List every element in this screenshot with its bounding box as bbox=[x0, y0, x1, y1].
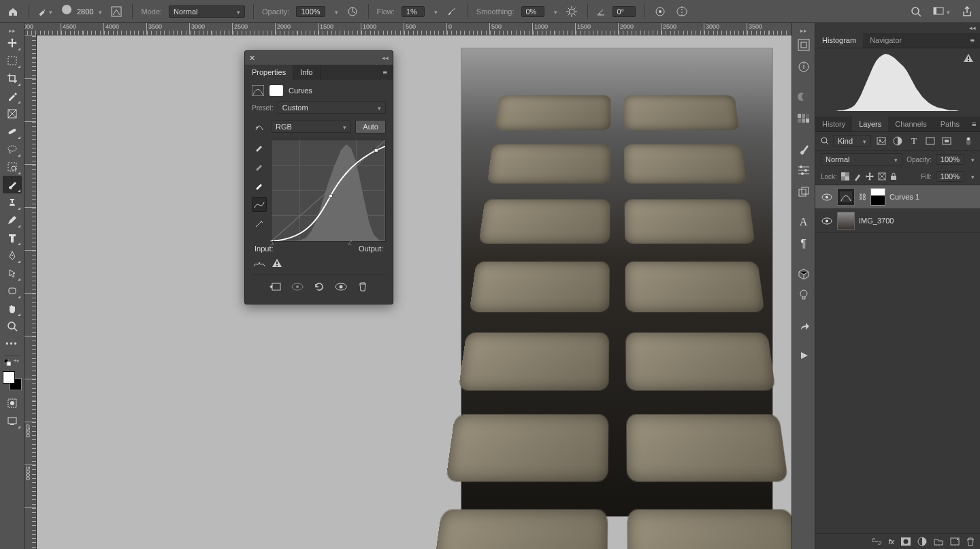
dock-slot-paragraph[interactable]: ¶ bbox=[795, 234, 813, 253]
dock-slot-actions[interactable] bbox=[795, 316, 813, 335]
curves-graph[interactable] bbox=[271, 140, 386, 242]
home-icon[interactable] bbox=[5, 4, 20, 19]
rectangle-tool[interactable] bbox=[3, 282, 22, 300]
black-point-eyedropper-icon[interactable] bbox=[252, 140, 267, 155]
opacity-pressure-icon[interactable] bbox=[345, 4, 360, 19]
symmetry-icon[interactable] bbox=[674, 4, 689, 19]
move-tool[interactable] bbox=[3, 34, 22, 52]
filter-search-icon[interactable] bbox=[821, 137, 829, 145]
lock-position-icon[interactable] bbox=[866, 172, 874, 181]
on-image-tool-icon[interactable] bbox=[252, 119, 267, 134]
screen-mode-icon[interactable] bbox=[933, 7, 950, 16]
layer-blend-dropdown[interactable]: Normal bbox=[821, 153, 902, 166]
delete-layer-icon[interactable] bbox=[966, 537, 975, 546]
brush-tool[interactable] bbox=[3, 176, 22, 193]
cache-warning-icon[interactable] bbox=[964, 54, 973, 62]
view-previous-icon[interactable] bbox=[290, 279, 305, 294]
delete-adjustment-icon[interactable] bbox=[355, 279, 370, 294]
right-collapse-icon[interactable]: ◂◂ bbox=[965, 23, 980, 33]
tab-paths[interactable]: Paths bbox=[934, 116, 966, 131]
pen-tool[interactable] bbox=[3, 247, 22, 264]
visibility-toggle-icon[interactable] bbox=[821, 193, 833, 201]
vertical-ruler[interactable]: 450050005500 bbox=[24, 35, 37, 549]
path-selection-tool[interactable] bbox=[3, 264, 22, 282]
opacity-slider-icon[interactable] bbox=[332, 7, 338, 16]
canvas-area[interactable] bbox=[37, 35, 815, 549]
airbrush-icon[interactable] bbox=[444, 4, 459, 19]
size-pressure-icon[interactable] bbox=[653, 4, 668, 19]
add-mask-icon[interactable] bbox=[901, 537, 911, 546]
selection-tool[interactable] bbox=[3, 158, 22, 176]
collapse-panel-icon[interactable]: ◂◂ bbox=[382, 54, 389, 61]
fx-icon[interactable]: fx bbox=[888, 537, 894, 546]
filter-kind-dropdown[interactable]: Kind bbox=[833, 135, 871, 147]
crop-tool[interactable] bbox=[3, 69, 22, 87]
link-layers-icon[interactable] bbox=[872, 538, 881, 545]
layer-row-curves[interactable]: ⛓ Curves 1 bbox=[815, 185, 980, 209]
angle-value[interactable]: 0° bbox=[612, 6, 636, 17]
panel-menu-icon[interactable]: ≡ bbox=[378, 65, 393, 80]
dock-slot-brush-settings[interactable] bbox=[795, 161, 813, 180]
hand-tool[interactable] bbox=[3, 300, 22, 317]
layer-thumb[interactable] bbox=[837, 212, 855, 230]
tool-preset-picker[interactable] bbox=[37, 4, 52, 19]
preset-dropdown[interactable]: Custom bbox=[278, 101, 386, 114]
marquee-tool[interactable] bbox=[3, 52, 22, 69]
edit-points-icon[interactable] bbox=[252, 197, 267, 212]
channel-dropdown[interactable]: RGB bbox=[271, 121, 351, 133]
dock-slot-clone[interactable] bbox=[795, 183, 813, 202]
blend-mode-dropdown[interactable]: Normal bbox=[169, 5, 245, 18]
flow-value[interactable]: 1% bbox=[402, 6, 425, 17]
flow-slider-icon[interactable] bbox=[431, 7, 438, 16]
dock-slot-brushes[interactable] bbox=[795, 139, 813, 158]
new-group-icon[interactable] bbox=[934, 537, 943, 546]
lasso-tool[interactable] bbox=[3, 140, 22, 158]
tab-layers[interactable]: Layers bbox=[852, 116, 888, 131]
smoothing-options-icon[interactable] bbox=[564, 4, 579, 19]
frame-tool[interactable] bbox=[3, 105, 22, 123]
filter-adjust-icon[interactable] bbox=[892, 135, 904, 147]
default-colors-icon[interactable] bbox=[4, 359, 11, 366]
layer-mask-thumb[interactable] bbox=[270, 85, 283, 96]
filter-smart-icon[interactable] bbox=[941, 135, 953, 147]
lock-all-icon[interactable] bbox=[890, 172, 897, 181]
tab-channels[interactable]: Channels bbox=[888, 116, 933, 131]
properties-titlebar[interactable]: ✕ ◂◂ bbox=[245, 51, 393, 65]
document-image[interactable] bbox=[461, 48, 772, 516]
dock-slot-lights[interactable] bbox=[795, 286, 813, 305]
fill-value[interactable]: 100% bbox=[936, 171, 964, 182]
healing-brush-tool[interactable] bbox=[3, 123, 22, 140]
clip-to-layer-icon[interactable] bbox=[268, 279, 283, 294]
dock-slot-3d[interactable] bbox=[795, 264, 813, 283]
fill-slider-icon[interactable] bbox=[968, 172, 975, 181]
layer-row-image[interactable]: IMG_3700 bbox=[815, 209, 980, 233]
tab-history[interactable]: History bbox=[815, 116, 852, 131]
eyedropper-tool[interactable] bbox=[3, 87, 22, 105]
layer-name[interactable]: IMG_3700 bbox=[859, 217, 894, 225]
tab-info[interactable]: Info bbox=[293, 65, 320, 80]
dock-slot-color[interactable] bbox=[795, 87, 813, 106]
dock-expand-icon[interactable]: ▸▸ bbox=[800, 27, 807, 34]
smoothing-slider-icon[interactable] bbox=[551, 7, 557, 16]
new-layer-icon[interactable] bbox=[950, 537, 960, 546]
search-icon[interactable] bbox=[909, 4, 924, 19]
opacity-value[interactable]: 100% bbox=[296, 6, 325, 17]
lock-artboard-icon[interactable] bbox=[878, 172, 886, 181]
clone-stamp-tool[interactable] bbox=[3, 193, 22, 211]
brush-settings-icon[interactable] bbox=[109, 4, 124, 19]
mask-thumb[interactable] bbox=[870, 188, 885, 206]
new-adjustment-icon[interactable] bbox=[917, 537, 927, 546]
draw-curve-icon[interactable] bbox=[252, 216, 267, 231]
dock-slot-swatches[interactable] bbox=[795, 109, 813, 128]
share-icon[interactable] bbox=[960, 4, 975, 19]
toolbox-collapse-icon[interactable]: ▸▸ bbox=[9, 27, 16, 34]
adjustment-thumb[interactable] bbox=[837, 188, 855, 206]
brush-preset-picker[interactable]: 2800 bbox=[59, 4, 102, 19]
dock-slot-2[interactable]: i bbox=[795, 57, 813, 76]
gray-point-eyedropper-icon[interactable] bbox=[252, 159, 267, 174]
histogram-menu-icon[interactable]: ≡ bbox=[965, 33, 980, 48]
quick-mask-icon[interactable] bbox=[3, 394, 22, 412]
reset-icon[interactable] bbox=[312, 279, 327, 294]
visibility-toggle-icon[interactable] bbox=[821, 217, 833, 225]
dock-slot-1[interactable] bbox=[795, 35, 813, 54]
